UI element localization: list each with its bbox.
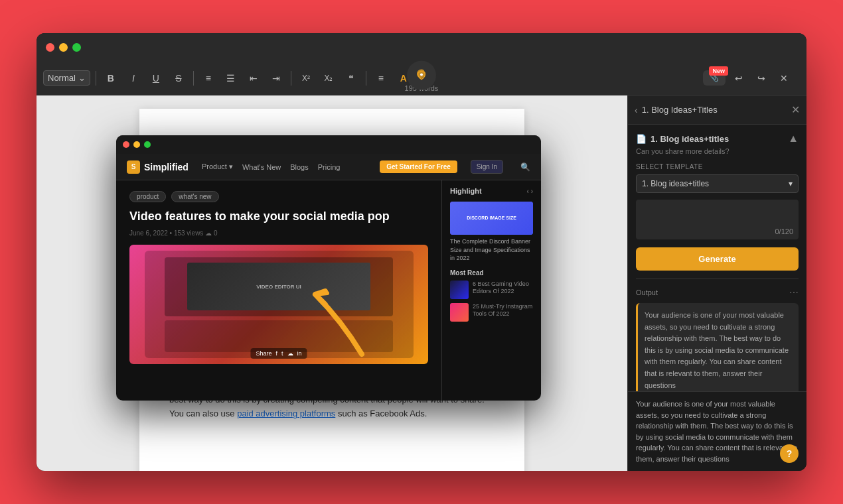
help-button[interactable]: ? [780,444,799,463]
tag-product: product [129,191,166,202]
share-bar: Share f t ☁ in [250,348,307,359]
maximize-button[interactable] [72,43,81,52]
chevron-up-icon[interactable]: ▲ [788,133,799,145]
output-options-button[interactable]: ⋯ [789,287,799,298]
nav-pricing[interactable]: Pricing [318,163,341,171]
instagram-thumbnail [450,303,469,322]
output-label: Output [636,288,658,296]
panel-nav-back[interactable]: ‹ [635,105,638,115]
output-header: Output ⋯ [636,287,799,298]
highlight-label: Highlight [450,187,482,195]
simplified-logo-icon: S [127,160,140,174]
most-read-item-1: 6 Best Gaming Video Editors Of 2022 [450,281,533,299]
char-counter: 0/120 [775,227,793,235]
highlight-img-text: DISCORD IMAGE SIZE [467,215,516,221]
simplified-brand: Simplified [144,162,189,172]
title-bar [37,33,806,61]
text-input-area[interactable]: 0/120 [636,200,799,239]
popup-logo: S Simplified [127,160,189,174]
facebook-icon[interactable]: f [275,350,277,357]
bullet-list-button[interactable]: ☰ [222,69,240,88]
select-template-label: SELECT TEMPLATE [636,163,799,170]
sign-in-button[interactable]: Sign In [471,160,503,174]
popup-meta: June 6, 2022 • 153 views ☁ 0 [129,229,428,237]
twitter-icon[interactable]: t [281,350,283,357]
superscript-button[interactable]: X² [297,69,315,88]
generate-button[interactable]: Generate [636,247,799,271]
chevron-down-icon: ⌄ [78,73,86,83]
divider [636,279,799,279]
section-header: 📄 1. Blog ideas+titles ▲ [636,133,799,145]
popup-nav-links: Product ▾ What's New Blogs Pricing [202,162,366,171]
section-title-icon-group: 📄 1. Blog ideas+titles [636,134,729,144]
blockquote-button[interactable]: ❝ [342,69,360,88]
highlight-nav[interactable]: ‹ › [527,188,533,195]
popup-traffic-lights [116,135,541,154]
popup-article-title: Video features to make your social media… [129,209,428,224]
new-badge: New [709,66,728,76]
main-area: Digital marketing in the social media ag… [37,95,806,471]
popup-navbar: S Simplified Product ▾ What's New Blogs … [116,154,541,180]
panel-body: 📄 1. Blog ideas+titles ▲ Can you share m… [628,125,806,391]
align-button[interactable]: ≡ [372,69,390,88]
indent-left-button[interactable]: ⇤ [244,69,263,88]
right-panel: ‹ 1. Blog Ideas+Titles ✕ 📄 1. Blog ideas… [627,95,806,471]
underline-button[interactable]: U [147,69,165,88]
format-label: Normal [48,73,76,83]
popup-sidebar: Highlight ‹ › DISCORD IMAGE SIZE The Com… [441,180,541,401]
get-started-button[interactable]: Get Started For Free [380,160,457,173]
nav-blogs[interactable]: Blogs [290,163,309,171]
toolbar: Normal ⌄ B I U S ≡ ☰ ⇤ ⇥ X² X₂ ❝ ≡ A ⋯ [37,61,806,95]
svg-point-0 [420,73,423,76]
most-read-label: Most Read [450,269,533,277]
separator [366,71,366,86]
subscript-button[interactable]: X₂ [319,69,338,88]
popup-minimize-button[interactable] [133,141,140,148]
close-button[interactable] [46,43,54,52]
share-icon[interactable]: ☁ [287,350,293,357]
app-logo [407,60,436,90]
highlight-item: DISCORD IMAGE SIZE The Complete Discord … [450,202,533,263]
most-read-item-2: 25 Must-Try Instagram Tools Of 2022 [450,303,533,322]
editor-area[interactable]: Digital marketing in the social media ag… [37,95,627,471]
minimize-button[interactable] [59,43,68,52]
panel-subtitle: Can you share more details? [636,147,799,155]
output-item: Your audience is one of your most valuab… [636,303,799,391]
bold-button[interactable]: B [102,69,120,88]
linkedin-icon[interactable]: in [297,350,302,357]
nav-whats-new[interactable]: What's New [242,163,281,171]
strikethrough-button[interactable]: S [169,69,188,88]
panel-header: ‹ 1. Blog Ideas+Titles ✕ [628,95,806,125]
popup-close-button[interactable] [123,141,129,148]
clear-format-button[interactable]: ✕ [775,69,793,88]
traffic-lights [46,43,81,52]
document-icon: 📄 [636,134,647,144]
search-icon[interactable]: 🔍 [520,162,530,172]
nav-product[interactable]: Product ▾ [202,162,233,171]
separator [291,71,291,86]
main-window: Normal ⌄ B I U S ≡ ☰ ⇤ ⇥ X² X₂ ❝ ≡ A ⋯ [37,33,806,471]
share-label: Share [256,350,271,357]
panel-close-button[interactable]: ✕ [791,103,800,116]
instagram-item-title: 25 Must-Try Instagram Tools Of 2022 [473,303,533,322]
italic-button[interactable]: I [124,69,143,88]
paid-advertising-link[interactable]: paid advertising platforms [237,409,335,418]
panel-header-title: 1. Blog Ideas+Titles [642,105,787,115]
tag-whats-new: what's new [171,191,218,202]
undo-button[interactable]: ↩ [729,69,748,88]
highlight-image: DISCORD IMAGE SIZE [450,202,533,235]
popup-content: product what's new Video features to mak… [116,180,541,401]
separator [96,71,96,86]
panel-footer: Your audience is one of your most valuab… [628,391,806,471]
popup-maximize-button[interactable] [144,141,151,148]
redo-button[interactable]: ↪ [752,69,771,88]
output-text: Your audience is one of your most valuab… [645,310,792,391]
ordered-list-button[interactable]: ≡ [199,69,218,88]
format-select[interactable]: Normal ⌄ [43,70,90,86]
template-selected-value: 1. Blog ideas+titles [642,179,709,188]
section-title-text: 1. Blog ideas+titles [651,134,729,144]
indent-right-button[interactable]: ⇥ [267,69,285,88]
popup-article-image: VIDEO EDITOR UI Share f t ☁ in [129,245,428,364]
gaming-thumbnail [450,281,469,299]
template-dropdown[interactable]: 1. Blog ideas+titles ▾ [636,174,799,193]
